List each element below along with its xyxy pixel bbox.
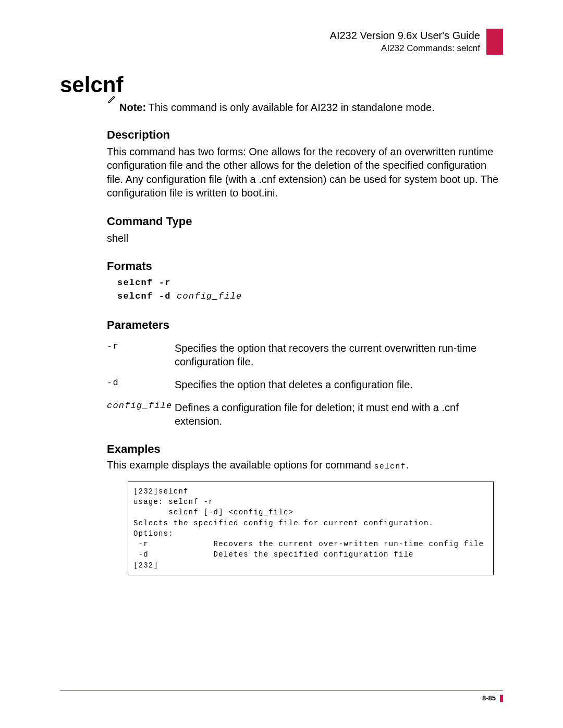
page-header: AI232 Version 9.6x User's Guide AI232 Co… (60, 29, 503, 55)
param-row: -r Specifies the option that recovers th… (107, 341, 503, 368)
param-name: -d (107, 378, 175, 388)
section-formats-heading: Formats (107, 260, 503, 273)
footer-accent-block (500, 695, 503, 702)
header-subtitle: AI232 Commands: selcnf (330, 43, 480, 54)
param-name: config_file (107, 401, 175, 411)
param-desc: Defines a configuration file for deletio… (175, 401, 503, 428)
param-row: -d Specifies the option that deletes a c… (107, 378, 503, 391)
example-code-block: [232]selcnf usage: selcnf -r selcnf [-d]… (128, 482, 494, 575)
examples-intro-code: selcnf (374, 462, 406, 471)
pencil-icon (107, 103, 117, 114)
param-desc: Specifies the option that deletes a conf… (175, 378, 413, 391)
parameters-table: -r Specifies the option that recovers th… (107, 341, 503, 428)
format-line-2-arg: config_file (177, 291, 242, 301)
header-accent-block (486, 29, 503, 55)
page: AI232 Version 9.6x User's Guide AI232 Co… (0, 0, 563, 728)
note-row: Note: This command is only available for… (107, 102, 503, 114)
section-examples-heading: Examples (107, 442, 503, 456)
param-desc: Specifies the option that recovers the c… (175, 341, 503, 368)
section-commandtype-body: shell (107, 231, 503, 245)
content-body: Note: This command is only available for… (107, 102, 503, 575)
examples-intro: This example displays the available opti… (107, 459, 503, 471)
section-parameters-heading: Parameters (107, 318, 503, 332)
header-text: AI232 Version 9.6x User's Guide AI232 Co… (330, 29, 480, 54)
section-description-heading: Description (107, 128, 503, 142)
param-name: -r (107, 341, 175, 351)
formats-block: selcnf -r selcnf -d config_file (117, 276, 503, 304)
examples-intro-prefix: This example displays the available opti… (107, 459, 374, 471)
note-body: This command is only available for AI232… (149, 102, 435, 113)
param-row: config_file Defines a configuration file… (107, 401, 503, 428)
header-title: AI232 Version 9.6x User's Guide (330, 30, 480, 42)
page-footer: 8-85 (60, 690, 503, 702)
section-description-body: This command has two forms: One allows f… (107, 145, 503, 200)
format-line-2-cmd: selcnf -d (117, 291, 171, 301)
note-label: Note: (119, 102, 146, 113)
examples-intro-suffix: . (406, 459, 409, 471)
section-commandtype-heading: Command Type (107, 215, 503, 228)
footer-page-number: 8-85 (482, 694, 496, 702)
command-title: selcnf (60, 72, 503, 97)
format-line-1: selcnf -r (117, 278, 171, 288)
